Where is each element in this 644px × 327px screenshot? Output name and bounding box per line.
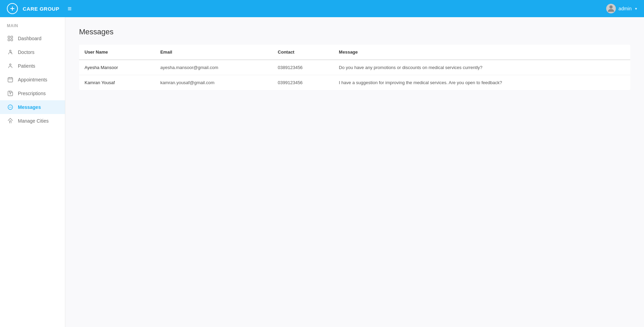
sidebar-label-messages: Messages xyxy=(18,104,41,110)
cell-message: Do you have any promotions or discounts … xyxy=(333,60,630,75)
sidebar-item-prescriptions[interactable]: Prescriptions xyxy=(0,87,65,100)
sidebar-section-label: Main xyxy=(0,23,65,32)
svg-rect-9 xyxy=(8,78,13,82)
patient-icon xyxy=(7,63,14,69)
svg-rect-5 xyxy=(8,39,10,41)
cell-contact: 0399123456 xyxy=(272,75,333,90)
svg-point-8 xyxy=(10,64,11,66)
col-message: Message xyxy=(333,45,630,60)
sidebar-item-appointments[interactable]: Appointments xyxy=(0,73,65,87)
sidebar-label-dashboard: Dashboard xyxy=(18,36,42,41)
sidebar-item-dashboard[interactable]: Dashboard xyxy=(0,32,65,45)
svg-point-7 xyxy=(10,50,11,52)
col-contact: Contact xyxy=(272,45,333,60)
user-label: admin xyxy=(619,6,632,11)
page-title: Messages xyxy=(79,27,630,36)
calendar-icon xyxy=(7,76,14,83)
svg-rect-4 xyxy=(11,36,13,38)
logo-icon xyxy=(7,3,18,14)
topnav-user[interactable]: admin ▾ xyxy=(606,4,637,13)
sidebar-label-manage-cities: Manage Cities xyxy=(18,118,49,124)
cell-username: Kamran Yousaf xyxy=(79,75,155,90)
cell-message: I have a suggestion for improving the me… xyxy=(333,75,630,90)
sidebar: Main Dashboard Doctors Patients xyxy=(0,17,65,327)
messages-icon xyxy=(7,104,14,111)
sidebar-item-messages[interactable]: Messages xyxy=(0,100,65,114)
table-row: Kamran Yousafkamran.yousaf@gmail.com0399… xyxy=(79,75,630,90)
table-row: Ayesha Mansoorayesha.mansoor@gmail.com03… xyxy=(79,60,630,75)
cell-email: ayesha.mansoor@gmail.com xyxy=(155,60,272,75)
sidebar-label-doctors: Doctors xyxy=(18,49,34,55)
cell-email: kamran.yousaf@gmail.com xyxy=(155,75,272,90)
main-content: Messages User Name Email Contact Message… xyxy=(65,17,644,327)
sidebar-label-patients: Patients xyxy=(18,63,35,69)
prescription-icon xyxy=(7,90,14,97)
cities-icon xyxy=(7,117,14,124)
sidebar-label-prescriptions: Prescriptions xyxy=(18,91,46,96)
sidebar-item-manage-cities[interactable]: Manage Cities xyxy=(0,114,65,128)
svg-rect-3 xyxy=(8,36,10,38)
sidebar-item-patients[interactable]: Patients xyxy=(0,59,65,73)
avatar xyxy=(606,4,616,13)
sidebar-label-appointments: Appointments xyxy=(18,77,47,82)
hamburger-icon[interactable]: ≡ xyxy=(68,5,72,13)
brand-name: CARE GROUP xyxy=(23,6,59,12)
layout: Main Dashboard Doctors Patients xyxy=(0,17,644,327)
doctor-icon xyxy=(7,49,14,56)
sidebar-item-doctors[interactable]: Doctors xyxy=(0,45,65,59)
col-username: User Name xyxy=(79,45,155,60)
user-dropdown-arrow: ▾ xyxy=(635,7,637,11)
messages-table: User Name Email Contact Message Ayesha M… xyxy=(79,45,630,90)
topnav-left: CARE GROUP ≡ xyxy=(7,3,71,14)
topnav: CARE GROUP ≡ admin ▾ xyxy=(0,0,644,17)
cell-contact: 0389123456 xyxy=(272,60,333,75)
svg-point-2 xyxy=(609,5,612,9)
cell-username: Ayesha Mansoor xyxy=(79,60,155,75)
svg-rect-6 xyxy=(11,39,13,41)
dashboard-icon xyxy=(7,35,14,42)
col-email: Email xyxy=(155,45,272,60)
